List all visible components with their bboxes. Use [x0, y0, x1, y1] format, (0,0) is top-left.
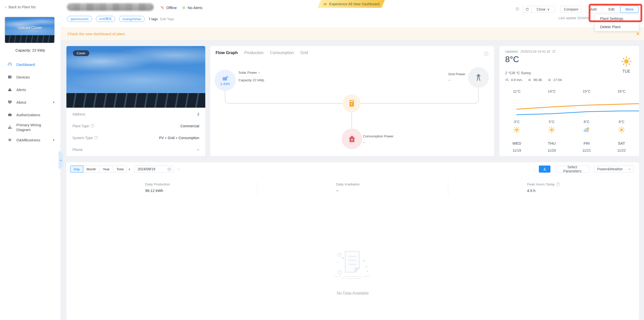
sunset-icon — [547, 78, 551, 82]
updated-time: 2025/11/18 15:41:16 — [520, 50, 550, 53]
tab-month[interactable]: Month — [83, 166, 100, 173]
sidebar-item-om-business[interactable]: O&MBusiness ▾ — [0, 134, 60, 146]
grid-power-node[interactable] — [468, 67, 489, 88]
favorite-star-icon[interactable]: ☆ — [515, 6, 520, 11]
info-value: Commercial — [180, 124, 199, 128]
today-weekday-label: TUE — [621, 69, 632, 74]
tag-pill[interactable]: luoli测试 — [96, 16, 115, 22]
tag-pill[interactable]: huangzhihao — [119, 16, 145, 22]
back-to-plant-list-link[interactable]: ‹ Back to Plant list — [5, 5, 35, 9]
sidebar-item-label: About — [16, 100, 26, 105]
daily-stats-row: Daily Production 99.12 kWh Daily Irradia… — [66, 181, 639, 196]
menu-item-delete-plant[interactable]: Delete Plant — [595, 23, 639, 31]
menu-item-plant-settings[interactable]: Plant Settings — [595, 14, 639, 23]
more-button[interactable]: More — [620, 6, 638, 13]
weather-summary: 2 °C/8 °C Sunny — [505, 71, 531, 75]
info-row-phone: Phone -- — [72, 144, 199, 155]
info-label: Phone — [72, 148, 83, 152]
forecast-date: 11/20 — [534, 148, 569, 152]
chevron-down-icon: ▾ — [53, 138, 54, 142]
sidebar-item-dashboard[interactable]: Dashboard — [0, 58, 60, 71]
sidebar-item-about[interactable]: About ▾ — [0, 96, 60, 108]
select-parameters-button[interactable]: Select Parameters — [555, 166, 589, 173]
consumption-power-info: Consumption Power -- — [363, 133, 394, 145]
refresh-button[interactable] — [523, 6, 532, 13]
filter-value: Power&Weather — [597, 167, 623, 171]
add-button[interactable]: Add — [585, 6, 601, 13]
forecast-days: WED THU FRI SAT — [499, 141, 639, 145]
forecast-day: SAT — [604, 141, 639, 145]
inverter-node[interactable] — [343, 94, 361, 112]
notice-bar: Check the new dashboard of plant ✕ — [60, 27, 644, 40]
sidebar-item-primary-wiring-diagram[interactable]: Primary Wiring Diagram — [0, 121, 60, 134]
tab-total[interactable]: Total — [113, 166, 127, 173]
solar-power-node[interactable]: 2.43% — [215, 70, 236, 91]
refresh-close-group: Close ∨ — [523, 6, 555, 13]
notice-text: Check the new dashboard of plant — [67, 32, 125, 36]
sidebar-item-label: Primary Wiring Diagram — [16, 123, 47, 132]
briefcase-icon — [8, 112, 12, 117]
refresh-icon — [526, 8, 529, 11]
house-bolt-icon — [348, 135, 356, 143]
tag-pill[interactable]: qianxinceshi — [67, 16, 92, 22]
compare-button[interactable]: Compare — [560, 6, 582, 13]
tab-day[interactable]: Day — [70, 166, 83, 173]
info-row-plant-type: Plant Type ? Commercial — [72, 120, 199, 132]
info-value: 2 — [197, 112, 199, 116]
transmission-tower-icon — [474, 73, 483, 82]
stat-daily-production: Daily Production 99.12 kWh — [66, 181, 257, 196]
edit-tags-link[interactable]: Edit Tags — [160, 17, 174, 21]
prev-date-button[interactable]: ‹ — [129, 166, 130, 173]
chevron-left-icon: ‹ — [5, 5, 7, 9]
date-value: 2024/09/19 — [138, 167, 155, 171]
grid-power-label: Grid Power — [448, 71, 465, 77]
next-date-button[interactable]: › — [178, 166, 179, 173]
stat-peak-hours: Peak Hours Today ? 4.5 h — [448, 181, 639, 196]
help-icon[interactable]: ? — [556, 182, 560, 186]
cover-solar-panels — [5, 35, 54, 43]
stat-daily-irradiation: Daily Irradiation -- — [257, 181, 448, 196]
sun-cloud-icon — [583, 126, 590, 134]
forecast-low-temps: 3°C 5°C 8°C 9°C — [499, 120, 639, 124]
consumption-power-label: Consumption Power — [363, 133, 394, 139]
current-temperature: 8°C — [505, 55, 519, 64]
close-dropdown-button[interactable]: Close ∨ — [532, 6, 555, 13]
tab-year[interactable]: Year — [99, 166, 113, 173]
updated-label: Updated: — [505, 50, 518, 53]
parameter-filter-dropdown[interactable]: Power&Weather ∨ — [594, 166, 634, 173]
info-label: System Type ? — [72, 136, 98, 140]
forecast-high: 16°C — [604, 89, 639, 93]
edit-button[interactable]: Edit — [603, 6, 620, 13]
download-button[interactable] — [539, 166, 550, 173]
info-label: Address — [72, 112, 85, 116]
devices-icon — [8, 75, 12, 79]
solar-panel-icon — [222, 75, 229, 82]
refresh-icon[interactable] — [552, 50, 556, 53]
close-label: Close — [537, 7, 546, 11]
sunrise-icon — [528, 78, 532, 82]
sun-icon — [513, 126, 520, 134]
help-icon[interactable]: ? — [94, 136, 98, 140]
forecast-high: 15°C — [569, 89, 604, 93]
upload-cover-thumbnail[interactable]: Upload Cover — [5, 17, 55, 43]
forecast-date: 11/19 — [499, 148, 534, 152]
sidebar-collapse-handle[interactable]: « — [59, 151, 63, 169]
date-picker-input[interactable]: 2024/09/19 — [134, 166, 174, 173]
upload-cover-label: Upload Cover — [5, 26, 54, 30]
wiring-diagram-icon — [8, 125, 12, 130]
new-dashboard-banner[interactable]: Experience All New Dashboard — [317, 0, 385, 8]
consumption-power-node[interactable] — [342, 129, 362, 149]
empty-document-icon — [331, 247, 375, 285]
sidebar-item-alerts[interactable]: Alerts — [0, 83, 60, 96]
forecast-icons — [499, 126, 639, 135]
sidebar-item-authorizations[interactable]: Authorizations — [0, 108, 60, 121]
plant-cover-image[interactable]: Cover — [66, 46, 205, 108]
banner-label: Experience All New Dashboard — [329, 2, 380, 6]
sun-icon — [621, 56, 632, 67]
no-alerts-label: No Alerts — [188, 6, 203, 10]
forecast-high: 11°C — [499, 89, 534, 93]
sidebar-item-label: Authorizations — [16, 112, 40, 117]
sidebar-item-devices[interactable]: Devices — [0, 71, 60, 83]
gear-icon — [8, 138, 12, 142]
help-icon[interactable]: ? — [91, 124, 94, 128]
